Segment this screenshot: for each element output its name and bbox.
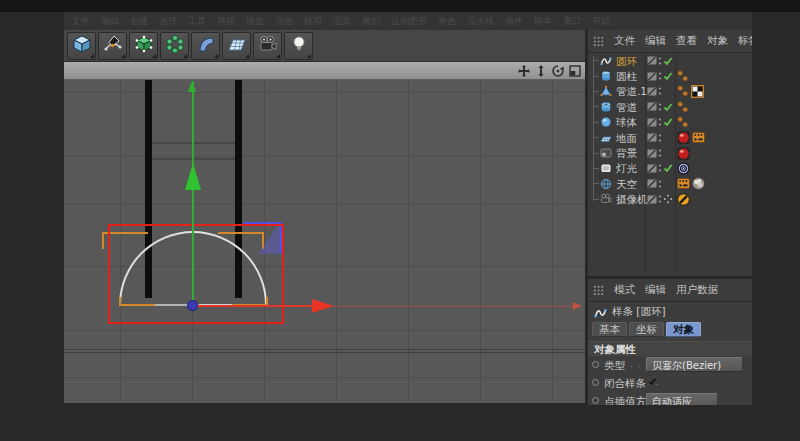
material-red-tag-icon[interactable] [677,131,690,144]
layer-slash-icon[interactable] [647,149,657,158]
sky-icon[interactable] [600,178,613,190]
object-name[interactable]: 管道.1 [616,85,651,97]
cylinder-icon[interactable] [600,70,613,82]
editor-render-dots-icon[interactable] [677,101,689,113]
object-name[interactable]: 地面 [616,132,651,144]
menubar-item[interactable]: 模拟 [304,15,322,28]
visibility-dots-icon[interactable] [658,133,662,143]
menubar-item[interactable]: 插件 [505,15,523,28]
visibility-dots-icon[interactable] [658,86,662,96]
camera-target-icon[interactable] [663,194,673,204]
layer-slash-icon[interactable] [647,118,657,127]
enabled-check-icon[interactable] [663,102,673,112]
spline-pen-button[interactable] [98,32,127,60]
attribute-dropdown[interactable]: 贝塞尔(Bezier) [646,357,743,372]
axis-y-line[interactable] [192,81,194,305]
attribute-checkbox[interactable]: ✔ [648,375,658,389]
menubar-item[interactable]: 选择 [159,15,177,28]
editor-render-dots-icon[interactable] [677,85,689,97]
layer-slash-icon[interactable] [647,87,657,96]
background-icon[interactable] [600,147,613,159]
key-ring-icon[interactable] [592,379,599,386]
layer-slash-icon[interactable] [647,133,657,142]
texture-checker-tag-icon[interactable] [691,85,704,98]
floor-grid-button[interactable] [222,32,251,60]
layer-slash-icon[interactable] [647,164,657,173]
sphere-icon[interactable] [600,116,613,128]
edit-points-button[interactable] [129,32,158,60]
object-name[interactable]: 灯光 [616,162,651,174]
axis-x-line[interactable] [194,305,312,307]
camera-obj-icon[interactable] [600,193,613,205]
layer-slash-icon[interactable] [647,179,657,188]
editor-render-dots-icon[interactable] [677,116,689,128]
maximize-icon[interactable] [568,64,582,78]
material-red-tag-icon[interactable] [677,147,690,160]
light-icon[interactable] [600,162,613,174]
panel-menu-item[interactable]: 对象 [707,34,728,48]
menubar-item[interactable]: 运动图形 [391,15,427,28]
menubar-item[interactable]: 文件 [72,15,90,28]
menubar-item[interactable]: 创建 [130,15,148,28]
layer-slash-icon[interactable] [647,195,657,204]
tab-坐标[interactable]: 坐标 [629,322,664,337]
grid-menu-icon[interactable] [593,36,604,47]
menubar-item[interactable]: 帮助 [592,15,610,28]
sky-material-tag-icon[interactable] [692,177,705,190]
enabled-check-icon[interactable] [663,163,673,173]
key-ring-icon[interactable] [592,397,599,404]
object-name[interactable]: 背景 [616,147,651,159]
panel-menu-item[interactable]: 查看 [676,34,697,48]
attribute-dropdown[interactable]: 自动适应 [646,393,718,405]
camera-button[interactable] [253,32,282,60]
menubar-item[interactable]: 捕捉 [246,15,264,28]
tab-对象[interactable]: 对象 [666,322,701,337]
key-ring-icon[interactable] [592,361,599,368]
compositing-tag-icon[interactable] [692,131,705,144]
axis-y-arrow[interactable] [185,163,201,190]
object-name[interactable]: 球体 [616,116,651,128]
object-name[interactable]: 圆环 [616,55,651,67]
visibility-dots-icon[interactable] [658,56,662,66]
editor-render-dots-icon[interactable] [677,70,689,82]
spline-icon[interactable] [600,55,613,67]
visibility-dots-icon[interactable] [658,148,662,158]
menubar-item[interactable]: 窗口 [563,15,581,28]
rotate-icon[interactable] [551,64,565,78]
menubar-item[interactable]: 动画 [275,15,293,28]
enabled-check-icon[interactable] [663,56,673,66]
tab-基本[interactable]: 基本 [592,322,627,337]
compositing-tag-icon[interactable] [677,177,690,190]
layer-slash-icon[interactable] [647,56,657,65]
viewport-canvas[interactable] [64,80,585,403]
light-rings-tag-icon[interactable] [677,162,690,175]
menubar-item[interactable]: 角色 [438,15,456,28]
object-name[interactable]: 天空 [616,178,651,190]
object-name[interactable]: 摄像机 [616,193,651,205]
visibility-dots-icon[interactable] [658,179,662,189]
visibility-dots-icon[interactable] [658,71,662,81]
axis-x-arrow[interactable] [312,299,334,313]
move-icon[interactable] [517,64,531,78]
editable-mesh-icon[interactable] [600,85,613,97]
pipe-icon[interactable] [600,101,613,113]
grid-menu-icon[interactable] [593,285,604,296]
panel-menu-item[interactable]: 用户数据 [676,283,718,297]
object-name[interactable]: 管道 [616,101,651,113]
menubar-item[interactable]: 工具 [188,15,206,28]
cube-button[interactable] [67,32,96,60]
visibility-dots-icon[interactable] [658,117,662,127]
visibility-dots-icon[interactable] [658,102,662,112]
axis-center-point[interactable] [187,300,198,311]
protection-tag-icon[interactable] [677,193,690,206]
zoom-icon[interactable] [534,64,548,78]
menubar-item[interactable]: 渲染 [333,15,351,28]
menubar-item[interactable]: 网格 [217,15,235,28]
object-name[interactable]: 圆柱 [616,70,651,82]
panel-menu-item[interactable]: 编辑 [645,34,666,48]
panel-menu-item[interactable]: 文件 [614,34,635,48]
layer-slash-icon[interactable] [647,72,657,81]
enabled-check-icon[interactable] [663,71,673,81]
menubar-item[interactable]: 编辑 [101,15,119,28]
panel-menu-item[interactable]: 模式 [614,283,635,297]
